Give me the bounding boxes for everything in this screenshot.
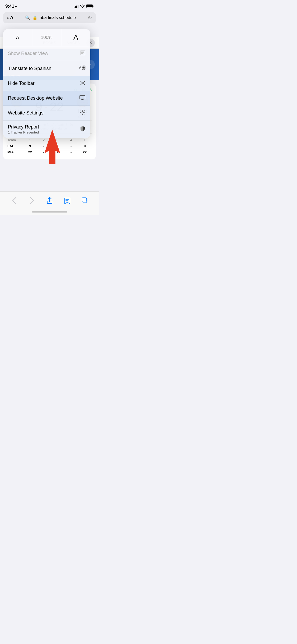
- reader-view-icon: [80, 50, 86, 57]
- popup-menu: A 100% A Show Reader View Translate to S…: [3, 29, 90, 138]
- home-indicator: [32, 211, 67, 213]
- privacy-report-label: Privacy Report: [8, 124, 39, 130]
- location-icon: ▸: [15, 5, 17, 8]
- translate-item[interactable]: Translate to Spanish A 文 A: [3, 61, 90, 76]
- status-bar: 9:41 ▸: [0, 0, 99, 11]
- font-increase-button[interactable]: A: [61, 29, 90, 46]
- font-decrease-button[interactable]: A: [3, 29, 32, 46]
- status-icons: [74, 4, 94, 9]
- url-text: nba finals schedule: [40, 15, 76, 20]
- svg-text:A: A: [79, 66, 82, 70]
- desktop-icon: [79, 95, 86, 102]
- svg-rect-27: [82, 198, 86, 202]
- translate-icon: A 文 A: [79, 65, 86, 72]
- font-size-control[interactable]: a A: [7, 15, 13, 20]
- url-display[interactable]: 🔍 🔒 nba finals schedule: [13, 15, 88, 20]
- website-settings-item[interactable]: Website Settings: [3, 106, 90, 121]
- font-size-row: A 100% A: [3, 29, 90, 46]
- svg-rect-20: [80, 95, 85, 99]
- settings-gear-icon: [80, 109, 86, 117]
- svg-text:A: A: [83, 66, 85, 69]
- search-icon: 🔍: [25, 15, 30, 20]
- share-button[interactable]: [44, 195, 55, 206]
- back-button[interactable]: [8, 195, 20, 206]
- wifi-icon: [80, 4, 85, 9]
- hide-toolbar-icon: [80, 80, 86, 87]
- privacy-report-sublabel: 1 Tracker Prevented: [8, 130, 39, 134]
- svg-rect-10: [80, 51, 85, 55]
- forward-button[interactable]: [26, 195, 38, 206]
- show-reader-view-item[interactable]: Show Reader View: [3, 46, 90, 61]
- privacy-shield-icon: [80, 126, 86, 133]
- annotation-arrow: [39, 130, 65, 165]
- battery-icon: [86, 4, 94, 9]
- bookmarks-button[interactable]: [62, 195, 73, 206]
- address-bar[interactable]: a A 🔍 🔒 nba finals schedule ↻: [3, 12, 96, 23]
- request-desktop-item[interactable]: Request Desktop Website: [3, 91, 90, 106]
- hide-toolbar-item[interactable]: Hide Toolbar: [3, 76, 90, 91]
- svg-rect-1: [87, 5, 92, 7]
- svg-marker-25: [44, 130, 60, 164]
- address-bar-container: a A 🔍 🔒 nba finals schedule ↻: [0, 11, 99, 25]
- svg-point-23: [82, 112, 83, 113]
- tabs-button[interactable]: [79, 195, 91, 206]
- status-time: 9:41 ▸: [5, 4, 17, 9]
- signal-icon: [74, 5, 78, 8]
- font-percent-display: 100%: [32, 29, 61, 46]
- lock-icon: 🔒: [32, 15, 37, 20]
- refresh-button[interactable]: ↻: [88, 15, 92, 21]
